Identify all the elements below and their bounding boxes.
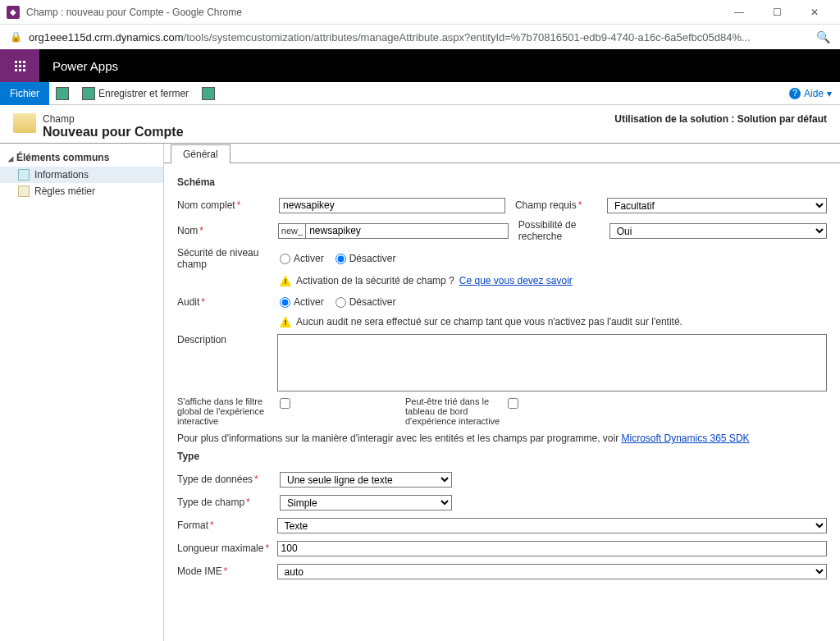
page-title: Nouveau pour Compte — [43, 125, 184, 140]
window-title: Champ : nouveau pour Compte - Google Chr… — [26, 7, 720, 18]
entity-label: Champ — [43, 113, 184, 125]
zoom-icon[interactable]: 🔍 — [816, 30, 830, 43]
audit-deactivate-radio[interactable]: Désactiver — [336, 296, 396, 308]
warning-icon — [280, 316, 291, 327]
field-type-select[interactable]: Simple — [280, 495, 452, 511]
audit-info: Aucun audit ne sera effectué sur ce cham… — [280, 316, 827, 327]
label-maxlen: Longueur maximale* — [177, 543, 277, 554]
fs-info: Activation de la sécurité de champ ? Ce … — [280, 275, 827, 286]
name-input[interactable] — [306, 223, 509, 239]
url-text[interactable]: org1eee115d.crm.dynamics.com/tools/syste… — [29, 31, 810, 43]
label-field-type: Type de champ* — [177, 497, 280, 508]
display-name-input[interactable] — [279, 198, 505, 213]
label-global-filter: S'affiche dans le filtre global de l'exp… — [177, 396, 280, 426]
section-type: Type — [177, 451, 827, 462]
label-display-name: Nom complet* — [177, 199, 279, 211]
nav-section-common[interactable]: Éléments communs — [0, 149, 163, 167]
label-description: Description — [177, 334, 277, 346]
warning-icon — [280, 275, 291, 286]
publish-icon — [202, 87, 215, 100]
publish-button[interactable] — [195, 82, 221, 105]
section-schema: Schéma — [177, 176, 827, 188]
maxlen-input[interactable] — [277, 541, 827, 556]
save-button[interactable] — [49, 82, 75, 105]
file-button[interactable]: Fichier — [0, 82, 49, 105]
lock-icon: 🔒 — [10, 31, 22, 43]
save-close-icon — [82, 87, 95, 100]
solution-context: Utilisation de la solution : Solution pa… — [614, 113, 827, 125]
save-icon — [56, 87, 69, 100]
label-name: Nom* — [177, 225, 278, 236]
toolbar: Fichier Enregistrer et fermer ?Aide▾ — [0, 82, 840, 105]
format-select[interactable]: Texte — [277, 518, 827, 533]
audit-activate-radio[interactable]: Activer — [280, 296, 324, 308]
tab-general[interactable]: Général — [171, 144, 231, 163]
description-textarea[interactable] — [277, 334, 827, 391]
sdk-link[interactable]: Microsoft Dynamics 365 SDK — [622, 433, 750, 444]
form-area: Schéma Nom complet* Champ requis* Facult… — [164, 163, 840, 593]
browser-titlebar: ◆ Champ : nouveau pour Compte - Google C… — [0, 0, 840, 25]
save-close-button[interactable]: Enregistrer et fermer — [75, 82, 195, 105]
folder-icon — [13, 113, 36, 133]
help-button[interactable]: ?Aide▾ — [781, 88, 840, 99]
browser-addressbar: 🔒 org1eee115d.crm.dynamics.com/tools/sys… — [0, 25, 840, 49]
ime-select[interactable]: auto — [277, 564, 827, 579]
content-area: Général Schéma Nom complet* Champ requis… — [164, 144, 840, 641]
close-button[interactable]: ✕ — [796, 0, 833, 25]
label-audit: Audit* — [177, 296, 280, 308]
waffle-button[interactable] — [0, 49, 39, 82]
rules-icon — [18, 185, 30, 197]
sortable-checkbox[interactable] — [508, 398, 518, 409]
fs-info-link[interactable]: Ce que vous devez savoir — [459, 275, 573, 286]
page-title-row: Champ Nouveau pour Compte Utilisation de… — [0, 105, 840, 144]
app-name: Power Apps — [39, 59, 131, 73]
label-searchable: Possibilité de recherche — [509, 219, 609, 242]
tabs: Général — [164, 144, 840, 163]
name-prefix: new_ — [278, 223, 306, 239]
favicon-icon: ◆ — [7, 6, 20, 19]
app-header: Power Apps — [0, 49, 840, 82]
label-format: Format* — [177, 520, 277, 531]
label-requirement: Champ requis* — [505, 199, 607, 211]
nav-item-informations[interactable]: Informations — [0, 167, 163, 183]
label-field-security: Sécurité de niveau champ — [177, 247, 280, 270]
requirement-select[interactable]: Facultatif — [607, 198, 827, 213]
left-nav: Éléments communs Informations Règles mét… — [0, 144, 164, 641]
fs-activate-radio[interactable]: Activer — [280, 253, 324, 264]
fs-deactivate-radio[interactable]: Désactiver — [336, 253, 396, 264]
help-icon: ? — [789, 88, 801, 99]
label-sortable: Peut-être trié dans le tableau de bord d… — [405, 396, 508, 426]
minimize-button[interactable]: ― — [720, 0, 758, 25]
global-filter-checkbox[interactable] — [280, 398, 290, 409]
maximize-button[interactable]: ☐ — [758, 0, 796, 25]
info-icon — [18, 169, 30, 181]
window-controls: ― ☐ ✕ — [720, 0, 833, 25]
label-data-type: Type de données* — [177, 474, 280, 485]
label-ime: Mode IME* — [177, 565, 277, 577]
searchable-select[interactable]: Oui — [609, 223, 827, 239]
data-type-select[interactable]: Une seule ligne de texte — [280, 472, 452, 488]
nav-item-business-rules[interactable]: Règles métier — [0, 183, 163, 199]
sdk-note: Pour plus d'informations sur la manière … — [177, 433, 827, 444]
